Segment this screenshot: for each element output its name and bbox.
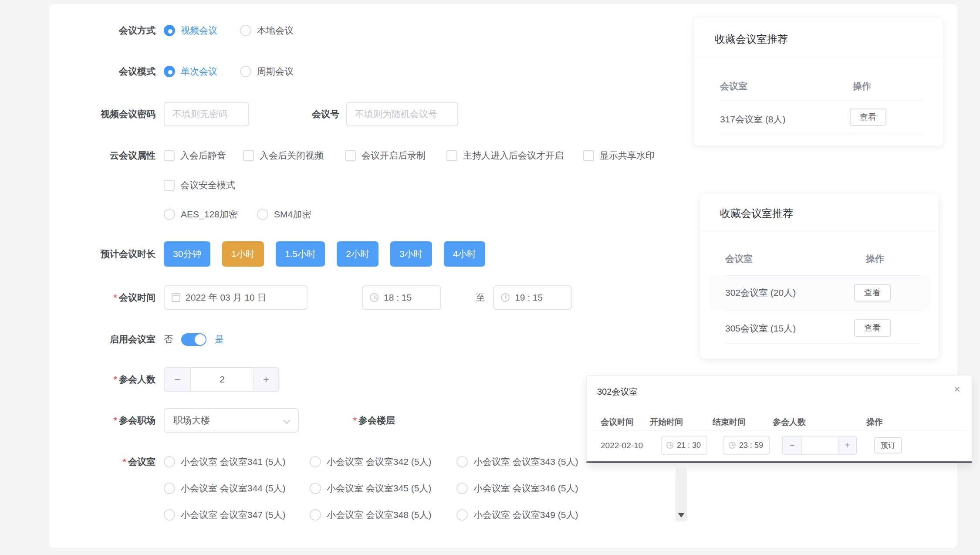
duration-4h-button[interactable]: 4小时 — [444, 241, 486, 267]
radio-room-346[interactable]: 小会议室 会议室346 (5人) — [456, 482, 578, 494]
attendees-value[interactable]: 2 — [191, 368, 253, 391]
radio-room-342[interactable]: 小会议室 会议室342 (5人) — [310, 456, 431, 468]
checkbox-icon[interactable] — [164, 150, 175, 161]
date-picker[interactable]: 2022 年 03 月 10 日 — [164, 285, 308, 310]
radio-icon[interactable] — [310, 509, 321, 521]
booking-attendees-value[interactable] — [802, 437, 838, 454]
checkbox-icon[interactable] — [243, 150, 254, 161]
checkbox-icon[interactable] — [345, 150, 356, 161]
toggle-knob — [195, 334, 206, 345]
duration-2h-button[interactable]: 2小时 — [337, 241, 378, 267]
checkbox-video-off-on-join[interactable]: 入会后关闭视频 — [243, 148, 324, 163]
scroll-down-arrow-icon[interactable] — [678, 513, 684, 518]
meeting-method-label: 会议方式 — [49, 24, 155, 37]
checkbox-icon[interactable] — [164, 180, 175, 191]
row-password: 视频会议密码 会议号 — [49, 102, 668, 126]
radio-icon[interactable] — [164, 509, 175, 521]
radio-icon[interactable] — [310, 456, 321, 467]
radio-icon[interactable] — [240, 66, 251, 77]
radio-sm4[interactable]: SM4加密 — [257, 208, 311, 220]
divider — [600, 461, 959, 461]
stepper-minus-button[interactable]: − — [165, 368, 191, 391]
duration-30min-button[interactable]: 30分钟 — [164, 241, 210, 267]
radio-recurring-meeting[interactable]: 周期会议 — [240, 65, 294, 78]
radio-selected-icon[interactable] — [164, 25, 175, 36]
duration-1h-button[interactable]: 1小时 — [222, 241, 264, 267]
radio-room-347[interactable]: 小会议室 会议室347 (5人) — [164, 509, 285, 521]
radio-icon[interactable] — [257, 209, 268, 220]
radio-icon[interactable] — [456, 483, 468, 494]
column-header-action: 操作 — [866, 253, 884, 265]
view-room-button[interactable]: 查看 — [854, 284, 891, 301]
radio-icon[interactable] — [456, 509, 468, 521]
radio-label: 小会议室 会议室348 (5人) — [327, 509, 431, 521]
radio-selected-icon[interactable] — [164, 66, 175, 77]
radio-room-343[interactable]: 小会议室 会议室343 (5人) — [456, 456, 578, 468]
row-cloud-attrs: 云会议属性 入会后静音 入会后关闭视频 会议开启后录制 主持人进入后会议才开启 … — [49, 148, 668, 163]
radio-icon[interactable] — [164, 456, 175, 467]
checkbox-share-watermark[interactable]: 显示共享水印 — [583, 148, 655, 163]
divider — [725, 310, 921, 311]
divider — [720, 100, 923, 101]
password-input[interactable] — [164, 102, 249, 126]
time-to-separator: 至 — [471, 285, 490, 310]
radio-room-341[interactable]: 小会议室 会议室341 (5人) — [164, 456, 285, 468]
radio-video-meeting[interactable]: 视频会议 — [164, 24, 217, 37]
checkbox-start-after-host[interactable]: 主持人进入后会议才开启 — [446, 148, 564, 163]
end-time-picker[interactable]: 19 : 15 — [493, 285, 572, 310]
required-star: * — [123, 457, 126, 467]
floor-label: *参会楼层 — [336, 409, 395, 432]
close-icon[interactable]: × — [954, 383, 960, 395]
radio-single-meeting[interactable]: 单次会议 — [164, 65, 217, 78]
radio-aes128[interactable]: AES_128加密 — [164, 208, 238, 220]
view-room-button[interactable]: 查看 — [854, 319, 891, 337]
duration-3h-button[interactable]: 3小时 — [390, 241, 432, 267]
book-room-button[interactable]: 预订 — [874, 437, 902, 453]
duration-1-5h-button[interactable]: 1.5小时 — [276, 241, 325, 267]
radio-icon[interactable] — [310, 483, 321, 494]
workplace-label: *参会职场 — [49, 414, 155, 426]
stepper-minus-button[interactable]: − — [783, 437, 802, 454]
radio-icon[interactable] — [240, 25, 251, 36]
popup-col-meeting-time: 会议时间 — [601, 416, 634, 428]
meeting-time-label: *会议时间 — [49, 291, 155, 304]
radio-room-349[interactable]: 小会议室 会议室349 (5人) — [456, 509, 578, 521]
rooms-label: *会议室 — [49, 456, 155, 468]
checkbox-label: 会议安全模式 — [180, 179, 235, 191]
radio-icon[interactable] — [456, 456, 468, 467]
meeting-no-input[interactable] — [346, 102, 458, 126]
end-time-value: 19 : 15 — [515, 292, 543, 303]
stepper-plus-button[interactable]: + — [253, 368, 278, 391]
checkbox-mute-on-join[interactable]: 入会后静音 — [164, 148, 226, 163]
row-meeting-mode: 会议模式 单次会议 周期会议 — [49, 63, 668, 80]
required-star: * — [114, 374, 117, 384]
checkbox-security-mode[interactable]: 会议安全模式 — [164, 178, 235, 193]
start-time-picker[interactable]: 18 : 15 — [362, 285, 441, 310]
scrollbar[interactable] — [676, 465, 687, 521]
radio-room-344[interactable]: 小会议室 会议室344 (5人) — [164, 482, 285, 494]
view-room-button[interactable]: 查看 — [850, 108, 886, 126]
row-encryption: AES_128加密 SM4加密 — [49, 207, 668, 222]
enable-room-toggle[interactable] — [181, 333, 206, 346]
radio-icon[interactable] — [164, 209, 175, 220]
row-rooms-1: *会议室 小会议室 会议室341 (5人) 小会议室 会议室342 (5人) 小… — [49, 454, 668, 469]
attendees-label: *参会人数 — [49, 373, 155, 386]
radio-room-348[interactable]: 小会议室 会议室348 (5人) — [310, 509, 431, 521]
stepper-plus-button[interactable]: + — [838, 437, 856, 454]
checkbox-icon[interactable] — [446, 150, 457, 161]
radio-room-345[interactable]: 小会议室 会议室345 (5人) — [310, 482, 431, 494]
row-meeting-method: 会议方式 视频会议 本地会议 — [49, 22, 668, 39]
radio-local-meeting[interactable]: 本地会议 — [240, 24, 294, 37]
password-label: 视频会议密码 — [49, 108, 155, 120]
booking-end-time-picker[interactable]: 23 : 59 — [723, 436, 770, 455]
booking-start-time-picker[interactable]: 21 : 30 — [661, 436, 707, 455]
radio-label: 小会议室 会议室349 (5人) — [473, 509, 578, 521]
workplace-select[interactable]: 职场大楼 — [164, 408, 299, 433]
checkbox-icon[interactable] — [583, 150, 594, 161]
calendar-icon — [172, 293, 180, 302]
radio-icon[interactable] — [164, 483, 175, 494]
radio-label: 小会议室 会议室341 (5人) — [181, 456, 285, 468]
checkbox-record-on-start[interactable]: 会议开启后录制 — [345, 148, 426, 163]
workplace-value: 职场大楼 — [173, 414, 210, 426]
row-security-mode: 会议安全模式 — [49, 178, 668, 193]
